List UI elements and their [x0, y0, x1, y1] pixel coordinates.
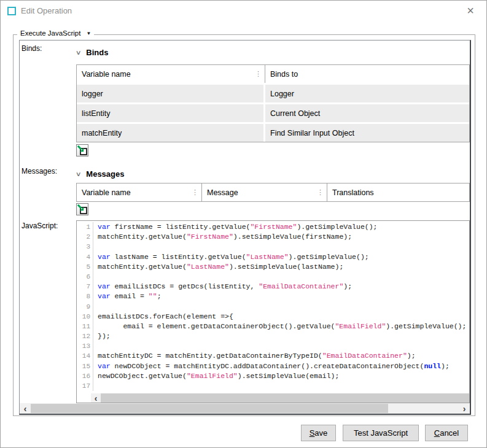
- code-text: email = element.getDataContainerObject()…: [98, 322, 466, 331]
- cancel-button[interactable]: Cancel: [425, 425, 468, 441]
- title-bar: Edit Operation ×: [1, 1, 486, 21]
- table-cell: Current Object: [265, 104, 469, 122]
- column-menu-icon[interactable]: ⋮: [255, 70, 262, 78]
- binds-table-header: Variable name ⋮ Binds to: [77, 65, 469, 83]
- chevron-down-icon[interactable]: ▼: [86, 31, 91, 36]
- line-number: 8: [77, 292, 93, 301]
- line-number: 10: [77, 312, 93, 322]
- column-header-label: Variable name: [82, 70, 131, 79]
- code-line[interactable]: 5matchEntity.getValue("LastName").setSim…: [77, 262, 469, 272]
- panel-scrollbar-thumb[interactable]: [31, 404, 388, 413]
- line-number: 14: [77, 351, 93, 361]
- code-text: var emailListDCs = getDcs(listEntity, "E…: [98, 282, 352, 292]
- table-row[interactable]: listEntityCurrent Object: [77, 104, 469, 122]
- collapse-chevron-icon[interactable]: ∨: [76, 171, 82, 177]
- code-text: var lastName = listEntity.getValue("Last…: [98, 252, 369, 262]
- line-number: 7: [77, 282, 93, 292]
- scroll-right-icon[interactable]: ›: [459, 403, 469, 414]
- line-number: 16: [77, 371, 93, 381]
- messages-add-row-button[interactable]: [76, 203, 88, 215]
- column-header-variable-name[interactable]: Variable name ⋮: [77, 65, 265, 83]
- table-cell: Logger: [265, 85, 469, 102]
- code-text: matchEntity.getValue("LastName").setSimp…: [98, 262, 343, 272]
- code-line[interactable]: 6: [77, 272, 469, 282]
- line-number: 3: [77, 242, 93, 252]
- messages-row-label: Messages:: [21, 167, 57, 176]
- messages-table-header: Variable name ⋮ Message ⋮ Translations: [77, 183, 469, 201]
- table-row[interactable]: loggerLogger: [77, 85, 469, 102]
- line-number: 6: [77, 272, 93, 282]
- groupbox-legend[interactable]: Execute JavaScript ▼: [17, 29, 94, 37]
- column-header-translations[interactable]: Translations: [327, 183, 469, 201]
- code-line[interactable]: 1var firstName = listEntity.getValue("Fi…: [77, 222, 469, 232]
- code-text: var firstName = listEntity.getValue("Fir…: [98, 222, 378, 232]
- code-line[interactable]: 9: [77, 302, 469, 312]
- code-text: });: [98, 331, 111, 341]
- table-row[interactable]: matchEntityFind Similar Input Object: [77, 124, 469, 142]
- code-line[interactable]: 12});: [77, 331, 469, 341]
- groupbox-legend-label: Execute JavaScript: [20, 29, 80, 37]
- code-text: var email = "";: [98, 292, 162, 301]
- code-line[interactable]: 15var newDCObject = matchEntityDC.addDat…: [77, 361, 469, 371]
- table-cell: matchEntity: [77, 124, 263, 142]
- column-header-label: Binds to: [270, 70, 298, 79]
- javascript-code-editor[interactable]: 1var firstName = listEntity.getValue("Fi…: [76, 220, 470, 403]
- binds-section-header[interactable]: ∨ Binds: [76, 48, 108, 57]
- cancel-accel: C: [434, 428, 440, 438]
- code-line[interactable]: 3: [77, 242, 469, 252]
- binds-table-rows: loggerLoggerlistEntityCurrent Objectmatc…: [77, 85, 469, 142]
- app-window-icon: [7, 7, 16, 15]
- scroll-left-icon[interactable]: ‹: [91, 393, 101, 403]
- column-menu-icon[interactable]: ⋮: [317, 188, 324, 196]
- line-number: 2: [77, 232, 93, 242]
- editor-horizontal-scrollbar[interactable]: ‹: [91, 393, 469, 403]
- line-number: 5: [77, 262, 93, 272]
- binds-section-title: Binds: [86, 48, 108, 57]
- line-number: 4: [77, 252, 93, 262]
- line-number: 17: [77, 381, 93, 391]
- code-text: var newDCObject = matchEntityDC.addDataC…: [98, 361, 450, 371]
- code-text: matchEntity.getValue("FirstName").setSim…: [98, 232, 352, 242]
- line-number: 11: [77, 322, 93, 331]
- column-header-variable-name[interactable]: Variable name ⋮: [77, 183, 201, 201]
- table-cell: logger: [77, 85, 263, 102]
- code-line[interactable]: 17: [77, 381, 469, 391]
- add-row-icon: [77, 204, 87, 214]
- editor-scrollbar-thumb[interactable]: [101, 393, 469, 403]
- column-header-binds-to[interactable]: Binds to: [265, 65, 469, 83]
- close-icon[interactable]: ×: [463, 3, 478, 18]
- code-line[interactable]: 10emailListDCs.forEach(element =>{: [77, 312, 469, 322]
- column-header-message[interactable]: Message ⋮: [201, 183, 327, 201]
- panel-horizontal-scrollbar[interactable]: ‹ ›: [20, 403, 470, 414]
- line-number: 12: [77, 331, 93, 341]
- code-line[interactable]: 4var lastName = listEntity.getValue("Las…: [77, 252, 469, 262]
- code-line[interactable]: 16newDCObject.getValue("EmailField").set…: [77, 371, 469, 381]
- scroll-left-icon[interactable]: ‹: [20, 403, 30, 414]
- code-line[interactable]: 14matchEntityDC = matchEntity.getDataCon…: [77, 351, 469, 361]
- save-button[interactable]: Save: [301, 425, 336, 441]
- code-line[interactable]: 8var email = "";: [77, 292, 469, 301]
- code-text: matchEntityDC = matchEntity.getDataConta…: [98, 351, 416, 361]
- code-line[interactable]: 2matchEntity.getValue("FirstName").setSi…: [77, 232, 469, 242]
- binds-add-row-button[interactable]: [76, 144, 88, 156]
- table-cell: listEntity: [77, 104, 263, 122]
- code-line[interactable]: 13: [77, 341, 469, 351]
- binds-row-label: Binds:: [21, 44, 42, 53]
- code-text: emailListDCs.forEach(element =>{: [98, 312, 233, 322]
- line-number: 13: [77, 341, 93, 351]
- table-cell: Find Similar Input Object: [265, 124, 469, 142]
- messages-section-title: Messages: [86, 169, 124, 179]
- column-header-label: Translations: [332, 188, 374, 197]
- add-row-icon: [77, 145, 87, 155]
- code-line[interactable]: 11 email = element.getDataContainerObjec…: [77, 322, 469, 331]
- collapse-chevron-icon[interactable]: ∨: [76, 49, 82, 56]
- code-lines: 1var firstName = listEntity.getValue("Fi…: [77, 222, 469, 391]
- operation-panel: Binds: Messages: JavaScript: ∨ Binds Var…: [19, 40, 471, 415]
- test-javascript-button[interactable]: Test JavaScript: [343, 425, 419, 441]
- column-menu-icon[interactable]: ⋮: [192, 188, 198, 196]
- binds-table: Variable name ⋮ Binds to loggerLoggerlis…: [76, 64, 470, 142]
- code-line[interactable]: 7var emailListDCs = getDcs(listEntity, "…: [77, 282, 469, 292]
- line-number: 1: [77, 222, 93, 232]
- messages-section-header[interactable]: ∨ Messages: [76, 169, 124, 179]
- column-header-label: Message: [207, 188, 238, 197]
